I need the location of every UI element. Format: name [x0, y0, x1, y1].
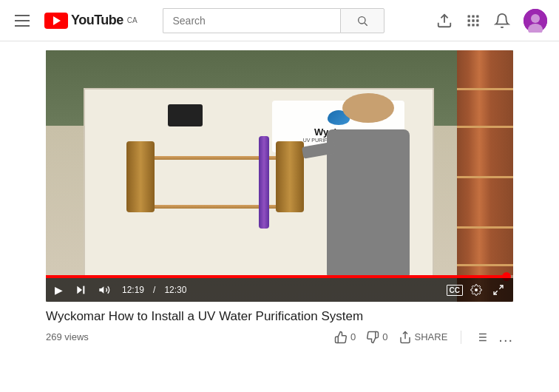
thumbs-down-icon	[366, 331, 379, 344]
share-icon	[399, 331, 412, 344]
view-count: 269 views	[46, 331, 334, 342]
upload-icon	[436, 13, 453, 29]
person-body	[327, 129, 409, 277]
bell-icon	[494, 13, 510, 29]
uv-column	[259, 136, 269, 229]
upload-button[interactable]	[436, 13, 453, 29]
svg-rect-16	[83, 286, 84, 294]
dislike-button[interactable]: 0	[366, 331, 387, 344]
like-count: 0	[350, 331, 356, 342]
svg-marker-17	[99, 286, 104, 293]
fullscreen-button[interactable]	[489, 283, 507, 297]
thumbs-up-icon	[334, 331, 348, 344]
svg-rect-4	[472, 15, 474, 17]
controls-right: CC	[447, 283, 507, 297]
shelf-bar-4	[457, 226, 513, 229]
blue-cylinder-2	[85, 155, 109, 220]
hamburger-menu-button[interactable]	[12, 12, 33, 30]
search-input[interactable]	[163, 8, 340, 33]
fullscreen-icon	[492, 284, 504, 296]
avatar-icon	[524, 9, 547, 33]
share-label: SHARE	[415, 331, 448, 342]
shelf-bar-1	[457, 88, 513, 90]
svg-line-20	[494, 291, 498, 294]
svg-point-13	[531, 14, 540, 23]
svg-marker-15	[77, 286, 82, 294]
video-frame: Wyckomar UV PURIFICATION SYSTEMS	[46, 50, 513, 302]
video-controls: ▶ 12:19 / 12:30 CC	[46, 278, 513, 302]
settings-button[interactable]	[467, 283, 485, 297]
search-button[interactable]	[340, 8, 384, 33]
power-unit	[168, 104, 203, 126]
svg-rect-9	[467, 24, 470, 26]
shelf-bar-5	[457, 264, 513, 266]
current-time: 12:19	[122, 285, 144, 295]
more-options-button[interactable]: ...	[498, 328, 513, 345]
svg-rect-10	[472, 24, 474, 26]
play-button[interactable]: ▶	[52, 283, 66, 297]
header-right	[436, 9, 547, 33]
dislike-count: 0	[382, 331, 387, 342]
youtube-logo-link[interactable]: YouTubeCA	[44, 13, 138, 29]
video-meta: 269 views 0 0	[46, 328, 513, 345]
filter-right	[276, 141, 304, 212]
apps-button[interactable]	[466, 13, 481, 28]
svg-line-19	[499, 285, 503, 289]
search-bar	[163, 8, 384, 33]
shelf-right	[457, 50, 513, 302]
youtube-country-code: CA	[127, 16, 138, 24]
action-buttons: 0 0 SHARE	[334, 328, 513, 345]
video-title: Wyckomar How to Install a UV Water Purif…	[46, 309, 513, 324]
header-left: YouTubeCA	[12, 12, 138, 30]
user-avatar[interactable]	[524, 9, 547, 33]
svg-point-18	[475, 288, 478, 291]
svg-rect-6	[467, 19, 470, 21]
video-player[interactable]: Wyckomar UV PURIFICATION SYSTEMS	[46, 50, 513, 302]
skip-icon	[75, 284, 87, 296]
share-button[interactable]: SHARE	[399, 331, 448, 344]
skip-button[interactable]	[72, 283, 89, 297]
shelf-bar-3	[457, 176, 513, 178]
svg-rect-11	[476, 24, 478, 26]
search-icon	[356, 15, 368, 27]
youtube-play-icon	[44, 13, 68, 29]
volume-button[interactable]	[95, 283, 113, 297]
svg-point-0	[359, 16, 365, 23]
volume-icon	[98, 284, 110, 296]
svg-rect-5	[476, 15, 478, 17]
svg-rect-7	[472, 19, 474, 21]
filter-left	[126, 141, 155, 212]
svg-rect-3	[467, 15, 470, 17]
person-head	[342, 93, 394, 123]
notifications-button[interactable]	[494, 13, 510, 29]
youtube-wordmark: YouTube	[71, 13, 123, 28]
time-separator: /	[153, 285, 155, 295]
add-to-playlist-button[interactable]	[475, 331, 488, 344]
blue-cylinder-1	[85, 89, 109, 155]
svg-line-1	[365, 23, 367, 26]
apps-icon	[466, 13, 481, 28]
svg-rect-8	[476, 19, 478, 21]
action-divider	[461, 331, 461, 344]
site-header: YouTubeCA	[0, 0, 559, 41]
cc-button[interactable]: CC	[447, 285, 463, 296]
add-to-list-icon	[475, 331, 488, 344]
settings-icon	[470, 284, 482, 296]
presenter	[317, 113, 420, 277]
shelf-bar-2	[457, 126, 513, 128]
video-info: Wyckomar How to Install a UV Water Purif…	[0, 302, 559, 345]
like-button[interactable]: 0	[334, 331, 356, 344]
total-time: 12:30	[164, 285, 186, 295]
